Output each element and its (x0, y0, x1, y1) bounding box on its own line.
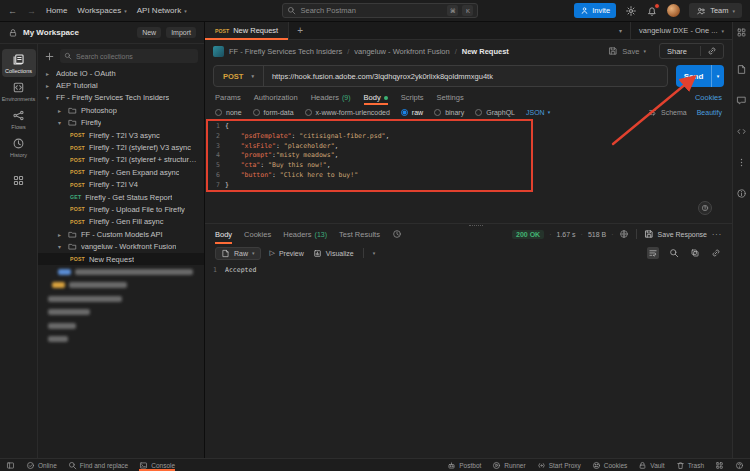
share-button[interactable]: Share (659, 43, 724, 59)
tree-item[interactable]: ▸Adobe IO - OAuth (38, 67, 204, 79)
response-tab-cookies[interactable]: Cookies (244, 224, 271, 244)
link-icon[interactable] (700, 46, 717, 56)
tree-item[interactable]: POSTFirefly - Gen Fill async (38, 216, 204, 228)
tree-item[interactable]: GETFirefly - Get Status Report (38, 191, 204, 203)
breadcrumb-collection[interactable]: FF - Firefly Services Tech Insiders (229, 47, 342, 56)
request-tab-body[interactable]: Body (364, 90, 388, 105)
postbot-button[interactable]: Postbot (447, 461, 481, 470)
global-search-input[interactable]: Search Postman ⌘ K (282, 3, 478, 18)
method-selector[interactable]: POST ▾ (214, 66, 264, 86)
schema-button[interactable]: Schema (648, 108, 687, 117)
response-more-menu[interactable]: ··· (712, 231, 722, 238)
cookies-link[interactable]: Cookies (695, 93, 722, 102)
search-response-icon[interactable] (668, 247, 680, 259)
tab-options-chevron[interactable]: ▾ (611, 27, 630, 34)
chevron-icon[interactable]: ▸ (46, 82, 52, 89)
new-button[interactable]: New (137, 27, 161, 38)
response-body[interactable]: 1 Accepted (205, 262, 732, 458)
new-tab-button[interactable]: + (289, 22, 311, 39)
rail-item-history[interactable]: History (2, 133, 36, 161)
home-link[interactable]: Home (46, 6, 67, 15)
env-quick-look-icon[interactable] (736, 27, 747, 38)
import-button[interactable]: Import (166, 27, 196, 38)
postbot-help-icon[interactable] (698, 201, 712, 215)
resize-handle[interactable] (469, 225, 483, 227)
collections-search-input[interactable]: Search collections (60, 49, 198, 63)
tree-item[interactable]: ▸FF - Custom Models API (38, 228, 204, 240)
raw-type-selector[interactable]: JSON ▾ (526, 109, 550, 116)
response-view-raw[interactable]: Raw ▾ (215, 247, 261, 260)
toggle-sidebar-icon[interactable] (6, 459, 15, 471)
chevron-icon[interactable]: ▾ (58, 119, 64, 126)
chevron-down-icon[interactable]: ▾ (373, 250, 376, 256)
copy-icon[interactable] (689, 247, 701, 259)
chevron-icon[interactable]: ▸ (46, 70, 52, 77)
beautify-link[interactable]: Beautify (697, 109, 722, 116)
related-requests-icon[interactable] (736, 157, 747, 168)
tree-item[interactable]: ▾FF - Firefly Services Tech Insiders (38, 92, 204, 104)
rail-item-environments[interactable]: Environments (2, 77, 36, 105)
response-history-icon[interactable] (392, 229, 402, 239)
request-tab-settings[interactable]: Settings (437, 90, 464, 105)
response-tab-test-results[interactable]: Test Results (339, 224, 380, 244)
find-and-replace[interactable]: Find and replace (68, 459, 128, 471)
body-mode-x-www-form-urlencoded[interactable]: x-www-form-urlencoded (305, 109, 390, 116)
wrap-text-icon[interactable] (647, 247, 659, 259)
request-tab-authorization[interactable]: Authorization (254, 90, 298, 105)
tree-item[interactable]: POSTFirefly - Upload File to Firefly (38, 203, 204, 215)
request-tab-headers[interactable]: Headers(9) (311, 90, 351, 105)
forward-arrow[interactable]: → (27, 6, 36, 16)
breadcrumb-folder[interactable]: vangeluw - Workfront Fusion (354, 47, 449, 56)
console-button[interactable]: Console (139, 459, 175, 471)
settings-gear-icon[interactable] (625, 5, 637, 17)
body-mode-none[interactable]: none (215, 109, 242, 116)
vault-button[interactable]: Vault (638, 461, 664, 470)
notifications-bell-icon[interactable] (646, 5, 658, 17)
comments-icon[interactable] (736, 95, 747, 106)
code-snippet-icon[interactable] (736, 126, 747, 137)
help-icon[interactable] (735, 461, 744, 470)
team-button[interactable]: Team ▾ (689, 3, 742, 18)
back-arrow[interactable]: ← (8, 6, 17, 16)
cookies-button[interactable]: Cookies (592, 461, 627, 470)
chevron-icon[interactable]: ▾ (58, 243, 64, 250)
layout-grid-icon[interactable] (715, 461, 724, 470)
body-mode-binary[interactable]: binary (434, 109, 464, 116)
body-mode-graphql[interactable]: GraphQL (475, 109, 515, 116)
trash-button[interactable]: Trash (676, 461, 704, 470)
request-body-editor[interactable]: 1234567 { "psdTemplate": "citisignal-fib… (205, 119, 732, 223)
request-tab-scripts[interactable]: Scripts (401, 90, 424, 105)
start-proxy-button[interactable]: Start Proxy (537, 461, 581, 470)
body-mode-form-data[interactable]: form-data (253, 109, 294, 116)
environment-selector[interactable]: vangeluw DXE - One ... ▾ (630, 22, 732, 39)
response-view-preview[interactable]: ▷Preview (270, 249, 304, 257)
invite-button[interactable]: Invite (574, 3, 616, 18)
tree-item[interactable]: ▾vangeluw - Workfront Fusion (38, 240, 204, 252)
network-icon[interactable] (619, 229, 629, 239)
request-tab-params[interactable]: Params (215, 90, 241, 105)
chevron-icon[interactable]: ▸ (58, 107, 64, 114)
response-tab-headers[interactable]: Headers(13) (283, 224, 327, 244)
chevron-icon[interactable]: ▾ (46, 94, 52, 101)
tree-item[interactable]: POSTNew Request (38, 253, 204, 265)
send-options-chevron[interactable]: ▾ (711, 65, 724, 87)
info-icon[interactable] (736, 188, 747, 199)
more-tools-icon[interactable] (12, 174, 25, 187)
response-tab-body[interactable]: Body (215, 224, 232, 244)
user-avatar[interactable] (667, 4, 680, 17)
body-mode-raw[interactable]: raw (401, 109, 423, 116)
url-input[interactable]: https://hook.fusion.adobe.com/3lqdhqyrox… (264, 72, 501, 81)
documentation-icon[interactable] (736, 64, 747, 75)
response-view-visualize[interactable]: Visualize (313, 249, 354, 258)
send-button[interactable]: Send ▾ (676, 65, 724, 87)
workspaces-menu[interactable]: Workspaces▾ (77, 6, 126, 15)
tree-item[interactable]: ▸AEP Tutorial (38, 79, 204, 91)
add-collection-icon[interactable] (44, 51, 55, 62)
tree-item[interactable]: POSTFirefly - Gen Expand async (38, 166, 204, 178)
tree-item[interactable]: ▾Firefly (38, 117, 204, 129)
runner-button[interactable]: Runner (492, 461, 525, 470)
tree-item[interactable]: POSTFirefly - T2I V3 async (38, 129, 204, 141)
open-request-tab[interactable]: POST New Request (205, 22, 289, 39)
save-response-button[interactable]: Save Response (644, 229, 707, 239)
tree-item[interactable]: POSTFirefly - T2I V4 (38, 179, 204, 191)
